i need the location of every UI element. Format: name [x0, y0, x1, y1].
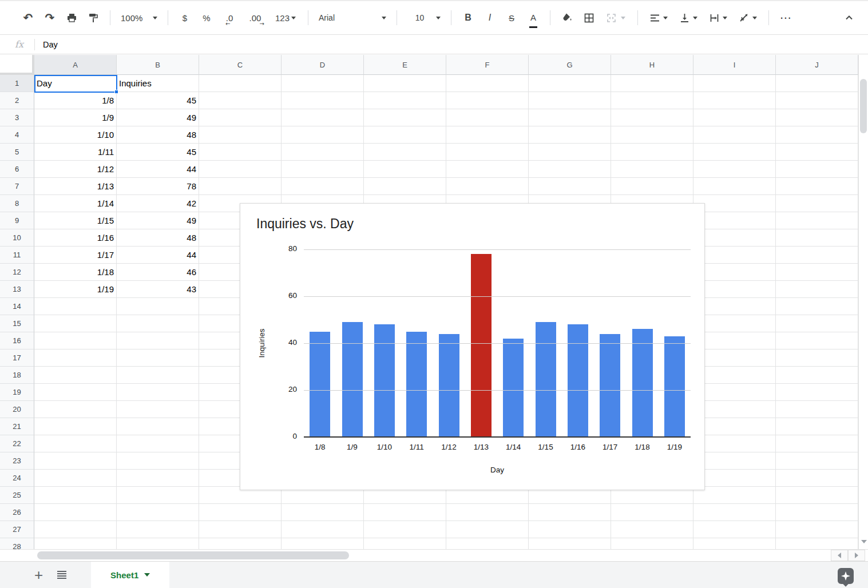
cell-E27[interactable] — [364, 521, 446, 538]
row-header-24[interactable]: 24 — [0, 470, 34, 487]
cell-J17[interactable] — [776, 349, 858, 367]
fill-color-button[interactable] — [556, 7, 578, 28]
cell-I14[interactable] — [693, 298, 776, 315]
cell-F27[interactable] — [446, 521, 529, 538]
cell-B4[interactable]: 48 — [117, 126, 199, 144]
borders-button[interactable] — [578, 7, 600, 28]
cell-J1[interactable] — [776, 75, 858, 92]
cell-B3[interactable]: 49 — [117, 109, 199, 126]
cell-G27[interactable] — [529, 521, 611, 538]
row-header-26[interactable]: 26 — [0, 504, 34, 521]
cell-J4[interactable] — [776, 126, 858, 144]
bar-1/13[interactable] — [471, 254, 492, 437]
row-header-13[interactable]: 13 — [0, 281, 34, 298]
cell-B11[interactable]: 44 — [117, 247, 199, 264]
bar-1/17[interactable] — [600, 334, 620, 437]
cell-I19[interactable] — [693, 384, 776, 401]
cell-B26[interactable] — [117, 504, 199, 521]
cell-J16[interactable] — [776, 332, 858, 349]
cell-I22[interactable] — [693, 435, 776, 452]
cell-A21[interactable] — [34, 418, 117, 435]
scroll-down-icon[interactable] — [861, 540, 867, 543]
row-header-3[interactable]: 3 — [0, 109, 34, 126]
cell-A8[interactable]: 1/14 — [34, 195, 117, 212]
scroll-right-button[interactable] — [848, 550, 865, 561]
vertical-align-button[interactable] — [673, 7, 703, 28]
text-rotation-button[interactable] — [733, 7, 763, 28]
text-color-button[interactable]: A — [522, 7, 544, 28]
cell-A28[interactable] — [34, 538, 117, 549]
row-header-17[interactable]: 17 — [0, 349, 34, 367]
cell-G5[interactable] — [529, 144, 611, 161]
cell-H3[interactable] — [611, 109, 693, 126]
cell-I8[interactable] — [693, 195, 776, 212]
row-header-14[interactable]: 14 — [0, 298, 34, 315]
cell-B16[interactable] — [117, 332, 199, 349]
row-header-28[interactable]: 28 — [0, 538, 34, 549]
explore-button[interactable] — [838, 568, 854, 584]
cell-E6[interactable] — [364, 161, 446, 178]
cell-J9[interactable] — [776, 212, 858, 229]
cell-A7[interactable]: 1/13 — [34, 178, 117, 195]
cell-G3[interactable] — [529, 109, 611, 126]
cell-E1[interactable] — [364, 75, 446, 92]
embedded-chart[interactable]: Inquiries vs. Day Inquiries Day 02040608… — [240, 203, 705, 490]
cell-A17[interactable] — [34, 349, 117, 367]
cell-A12[interactable]: 1/18 — [34, 264, 117, 281]
row-header-16[interactable]: 16 — [0, 332, 34, 349]
row-header-8[interactable]: 8 — [0, 195, 34, 212]
cell-B27[interactable] — [117, 521, 199, 538]
cell-J23[interactable] — [776, 452, 858, 470]
cell-J3[interactable] — [776, 109, 858, 126]
cell-A9[interactable]: 1/15 — [34, 212, 117, 229]
row-header-20[interactable]: 20 — [0, 401, 34, 418]
cell-I4[interactable] — [693, 126, 776, 144]
cell-J26[interactable] — [776, 504, 858, 521]
bar-1/8[interactable] — [310, 332, 330, 438]
cell-I20[interactable] — [693, 401, 776, 418]
more-button[interactable]: ⋯ — [775, 7, 796, 28]
cell-C26[interactable] — [199, 504, 282, 521]
cell-B12[interactable]: 46 — [117, 264, 199, 281]
number-format-button[interactable]: 123 — [269, 7, 302, 28]
cell-I16[interactable] — [693, 332, 776, 349]
row-header-27[interactable]: 27 — [0, 521, 34, 538]
zoom-select[interactable]: 100% — [116, 7, 162, 28]
bold-button[interactable]: B — [457, 7, 479, 28]
sheet-tab-sheet1[interactable]: Sheet1 — [91, 562, 169, 588]
row-header-15[interactable]: 15 — [0, 315, 34, 332]
column-header-G[interactable]: G — [529, 55, 611, 75]
strikethrough-button[interactable]: S — [501, 7, 522, 28]
row-header-9[interactable]: 9 — [0, 212, 34, 229]
row-header-5[interactable]: 5 — [0, 144, 34, 161]
cell-B8[interactable]: 42 — [117, 195, 199, 212]
cell-J5[interactable] — [776, 144, 858, 161]
bar-1/18[interactable] — [632, 329, 653, 437]
row-header-4[interactable]: 4 — [0, 126, 34, 144]
cell-D1[interactable] — [282, 75, 364, 92]
cell-B18[interactable] — [117, 367, 199, 384]
cell-B22[interactable] — [117, 435, 199, 452]
decrease-decimal-button[interactable]: .0 ← — [217, 7, 241, 28]
cell-I9[interactable] — [693, 212, 776, 229]
cell-J24[interactable] — [776, 470, 858, 487]
cell-J6[interactable] — [776, 161, 858, 178]
italic-button[interactable]: I — [479, 7, 501, 28]
bar-1/16[interactable] — [568, 324, 588, 437]
row-header-21[interactable]: 21 — [0, 418, 34, 435]
cell-D26[interactable] — [282, 504, 364, 521]
bar-1/10[interactable] — [374, 324, 395, 437]
column-header-J[interactable]: J — [776, 55, 858, 75]
cell-J13[interactable] — [776, 281, 858, 298]
cell-A27[interactable] — [34, 521, 117, 538]
row-header-19[interactable]: 19 — [0, 384, 34, 401]
cell-A20[interactable] — [34, 401, 117, 418]
cell-E5[interactable] — [364, 144, 446, 161]
cell-F28[interactable] — [446, 538, 529, 549]
cell-B15[interactable] — [117, 315, 199, 332]
column-header-C[interactable]: C — [199, 55, 282, 75]
column-header-I[interactable]: I — [693, 55, 776, 75]
cell-J18[interactable] — [776, 367, 858, 384]
format-percent-button[interactable]: % — [196, 7, 217, 28]
cell-I26[interactable] — [693, 504, 776, 521]
